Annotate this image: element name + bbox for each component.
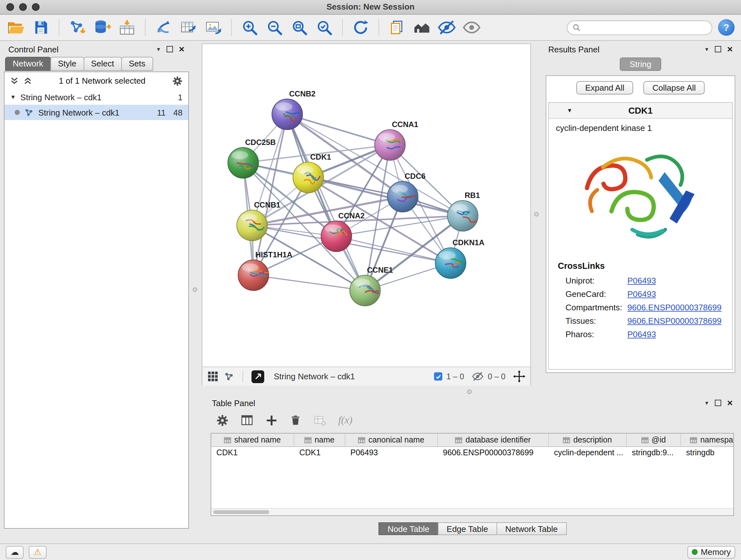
caret-down-icon[interactable]: ▼ <box>10 94 16 100</box>
network-edge[interactable] <box>253 275 365 291</box>
crosshair-icon[interactable] <box>513 370 525 382</box>
search-field[interactable] <box>567 20 712 35</box>
function-builder-button[interactable]: f(x) <box>338 415 352 426</box>
panel-float-icon[interactable] <box>166 46 173 52</box>
eye-slash-icon <box>437 18 456 37</box>
network-item-row[interactable]: String Network – cdk1 11 48 <box>4 105 188 120</box>
splitter-handle[interactable] <box>467 389 472 394</box>
panel-menu-icon[interactable]: ▼ <box>704 400 710 406</box>
crosslink-link[interactable]: P06493 <box>627 276 656 286</box>
refresh-view-button[interactable] <box>351 18 370 37</box>
open-session-button[interactable] <box>6 18 25 37</box>
splitter-handle[interactable] <box>193 287 197 292</box>
memory-button-label: Memory <box>701 547 731 557</box>
panel-close-icon[interactable]: × <box>179 46 185 52</box>
gear-icon[interactable] <box>216 414 228 426</box>
expand-all-icon[interactable] <box>23 77 32 85</box>
import-network-file-button[interactable] <box>68 18 87 37</box>
splitter-handle[interactable] <box>534 212 539 216</box>
collapse-all-icon[interactable] <box>10 77 18 85</box>
tab-sets[interactable]: Sets <box>121 57 153 71</box>
panel-float-icon[interactable] <box>715 46 721 52</box>
column-header-database-identifier[interactable]: database identifier <box>438 434 549 446</box>
add-column-icon[interactable] <box>266 414 278 426</box>
expand-all-button[interactable]: Expand All <box>576 81 633 95</box>
horizontal-scrollbar[interactable] <box>211 508 733 515</box>
cloud-button[interactable]: ☁ <box>6 546 23 558</box>
tab-node-table[interactable]: Node Table <box>379 522 438 535</box>
zoom-out-button[interactable] <box>265 18 284 37</box>
network-node-ccnb2[interactable]: CCNB2 <box>272 89 316 130</box>
tab-style[interactable]: Style <box>50 57 84 71</box>
grid-overview-icon[interactable] <box>207 371 218 382</box>
close-window-button[interactable] <box>6 3 14 11</box>
save-session-button[interactable] <box>31 18 51 37</box>
main-toolbar: ? <box>0 15 741 41</box>
hide-details-button[interactable] <box>437 18 456 37</box>
tab-network-table[interactable]: Network Table <box>496 522 566 535</box>
gear-icon[interactable] <box>172 76 183 86</box>
help-icon[interactable]: ? <box>718 19 735 36</box>
network-collection-row[interactable]: ▼ String Network – cdk1 1 <box>4 89 188 105</box>
panel-float-icon[interactable] <box>715 400 721 406</box>
column-header-shared-name[interactable]: shared name <box>211 434 294 446</box>
export-table-button[interactable] <box>179 18 198 37</box>
column-header-name[interactable]: name <box>294 434 345 446</box>
share-network-icon[interactable] <box>224 371 234 381</box>
zoom-selected-button[interactable] <box>315 18 334 37</box>
memory-button[interactable]: Memory <box>687 546 735 558</box>
collapse-triangle-icon[interactable]: ▼ <box>567 107 572 114</box>
column-header-canonical-name[interactable]: canonical name <box>345 434 438 446</box>
crosslink-link[interactable]: P06493 <box>627 289 656 299</box>
network-edge[interactable] <box>287 114 390 145</box>
copy-button[interactable] <box>387 18 407 37</box>
protein-section-header[interactable]: ▼ CDK1 <box>549 103 732 119</box>
warnings-button[interactable]: ⚠ <box>29 546 47 558</box>
network-node-ccna1[interactable]: CCNA1 <box>375 120 418 160</box>
minimize-window-button[interactable] <box>19 3 27 11</box>
network-edge[interactable] <box>287 114 365 291</box>
panel-menu-icon[interactable]: ▼ <box>704 46 710 52</box>
crosslink-row: Tissues:9606.ENSP00000378699 <box>549 314 732 327</box>
network-node-hist1h1a[interactable]: HIST1H1A <box>238 250 292 291</box>
crosslink-link[interactable]: P06493 <box>627 329 656 339</box>
zoom-selected-icon <box>315 18 333 37</box>
network-canvas[interactable]: CCNB2CCNA1CDC25BCDK1CDC6RB1CCNB1CCNA2CDK… <box>202 44 530 367</box>
zoom-in-button[interactable] <box>240 18 259 37</box>
hidden-eye-slash-icon[interactable] <box>472 370 484 382</box>
open-in-new-button[interactable] <box>252 370 264 383</box>
export-image-button[interactable] <box>204 18 223 37</box>
crosslink-link[interactable]: 9606.ENSP00000378699 <box>627 316 722 326</box>
network-node-cdkn1a[interactable]: CDKN1A <box>435 238 484 278</box>
delete-column-icon[interactable] <box>290 415 301 426</box>
crosslink-link[interactable]: 9606.ENSP00000378699 <box>627 303 722 312</box>
network-node-rb1[interactable]: RB1 <box>448 191 480 231</box>
tab-string[interactable]: String <box>619 57 662 71</box>
zoom-window-button[interactable] <box>32 3 40 11</box>
layout-arrows-button[interactable] <box>154 18 173 37</box>
tab-network[interactable]: Network <box>5 57 51 71</box>
table-row[interactable]: CDK1CDK1P064939606.ENSP00000378699cyclin… <box>211 447 733 460</box>
tab-edge-table[interactable]: Edge Table <box>438 522 497 535</box>
import-network-database-button[interactable] <box>92 18 112 37</box>
home-navigator-button[interactable] <box>412 18 431 37</box>
panel-menu-icon[interactable]: ▼ <box>156 46 161 52</box>
column-header-namespace[interactable]: namespace <box>681 434 734 446</box>
select-columns-icon[interactable] <box>241 414 253 427</box>
zoom-fit-button[interactable] <box>290 18 309 37</box>
search-input[interactable] <box>585 22 706 33</box>
tab-select[interactable]: Select <box>83 57 122 71</box>
import-network-file-icon <box>68 18 86 37</box>
column-header-description[interactable]: description <box>549 434 627 446</box>
results-panel: Results Panel ▼ × String Expand All Coll… <box>542 42 738 373</box>
node-label: HIST1H1A <box>255 250 292 259</box>
show-details-button[interactable] <box>462 18 481 37</box>
node-label: CCNE1 <box>367 266 393 274</box>
scrollbar-thumb[interactable] <box>213 510 269 514</box>
panel-close-icon[interactable]: × <box>727 400 733 406</box>
panel-close-icon[interactable]: × <box>727 46 733 52</box>
column-header--id[interactable]: @id <box>627 434 681 446</box>
import-table-button[interactable] <box>118 18 137 37</box>
selected-checkbox-icon[interactable] <box>434 372 443 381</box>
collapse-all-button[interactable]: Collapse All <box>644 81 705 95</box>
